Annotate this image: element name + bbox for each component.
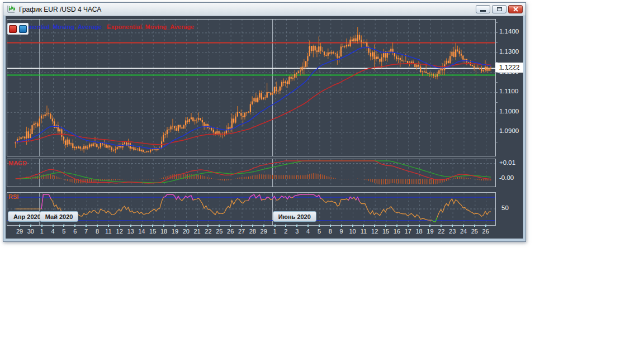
price-axis-tick: [495, 62, 498, 63]
x-axis-tick: [352, 225, 353, 227]
x-axis-tick: [296, 225, 297, 227]
x-axis-tick: [441, 225, 442, 227]
price-axis-tick: [495, 82, 498, 83]
price-axis-tick: [495, 22, 498, 23]
x-axis-tick: [285, 225, 286, 227]
x-axis-tick: [97, 225, 98, 227]
x-axis-tick: [152, 225, 153, 227]
x-axis-tick: [174, 225, 176, 227]
x-axis-tick: [130, 225, 131, 227]
close-button[interactable]: [508, 5, 523, 13]
month-badge: Июнь 2020: [273, 211, 316, 222]
indicator-color-buttons: [7, 23, 29, 35]
price-axis-tick: [495, 102, 498, 103]
x-axis-tick: [330, 225, 331, 227]
macd-axis-label: -0.00: [499, 174, 514, 181]
price-axis-tick: [495, 72, 498, 73]
maximize-button[interactable]: [492, 5, 506, 13]
price-axis-tick: [495, 132, 498, 132]
x-axis-tick: [219, 225, 220, 227]
price-chart-panel[interactable]: [7, 19, 496, 156]
x-axis-label: 26: [479, 228, 493, 235]
chart-client-area: Exponential_Moving_Average Exponential_M…: [6, 16, 523, 239]
x-axis-tick: [108, 225, 109, 227]
macd-panel[interactable]: [7, 159, 496, 187]
x-axis-tick: [197, 225, 198, 227]
minimize-icon: [480, 10, 486, 12]
x-axis-tick: [19, 225, 20, 227]
price-axis-tick: [495, 112, 498, 112]
macd-axis-label: +0.01: [499, 159, 515, 166]
x-axis-tick: [186, 225, 187, 227]
x-axis-tick: [463, 225, 464, 227]
x-axis-tick: [419, 225, 420, 227]
rsi-axis-label: 50: [501, 204, 509, 211]
x-axis-tick: [230, 225, 231, 227]
price-axis-tick: [495, 32, 498, 33]
x-axis-tick: [241, 225, 242, 227]
x-axis-tick: [163, 225, 164, 227]
price-axis-label: 1.1400: [499, 28, 519, 35]
price-axis-tick: [495, 92, 498, 93]
x-axis-tick: [263, 225, 264, 227]
x-axis-tick: [30, 225, 31, 227]
price-axis-label: 1.1300: [499, 48, 519, 55]
price-axis-label: 1.1200: [499, 68, 519, 75]
titlebar[interactable]: График EUR /USD 4 ЧАСА: [3, 3, 525, 16]
chart-window: График EUR /USD 4 ЧАСА Expo: [3, 2, 526, 242]
x-axis-tick: [86, 225, 87, 227]
x-axis-tick: [53, 225, 54, 227]
x-axis-tick: [452, 225, 453, 227]
x-axis-tick: [307, 225, 309, 227]
x-axis-tick: [141, 225, 142, 227]
ema-fast-color-button[interactable]: [19, 25, 27, 33]
month-badge: Май 2020: [40, 211, 79, 222]
close-icon: [513, 7, 518, 12]
x-axis-tick: [429, 225, 430, 227]
x-axis-tick: [207, 225, 209, 227]
x-axis-tick: [374, 225, 375, 227]
x-axis-tick: [363, 225, 364, 227]
rsi-panel[interactable]: [7, 192, 496, 226]
x-axis-tick: [408, 225, 409, 227]
price-axis-tick: [495, 52, 498, 53]
x-axis-tick: [341, 225, 342, 227]
x-axis-tick: [485, 225, 486, 227]
price-axis-label: 1.1100: [499, 88, 518, 94]
month-badge: Апр 2020: [8, 211, 40, 222]
x-axis-tick: [252, 225, 253, 227]
minimize-button[interactable]: [476, 5, 490, 13]
price-axis-tick: [495, 122, 498, 122]
x-axis-tick: [41, 225, 42, 227]
x-axis-tick: [119, 225, 120, 227]
price-axis-label: 1.1000: [499, 108, 519, 115]
price-axis-label: 1.0900: [499, 127, 519, 134]
x-axis-tick: [63, 225, 64, 227]
x-axis-tick: [385, 225, 386, 227]
x-axis-tick: [74, 225, 75, 227]
ema-slow-color-button[interactable]: [9, 25, 17, 33]
ema-slow-legend-label: Exponential_Moving_Average: [107, 23, 194, 30]
macd-label: MACD: [8, 160, 27, 166]
price-axis-tick: [495, 42, 498, 43]
maximize-icon: [497, 7, 502, 11]
x-axis-tick: [474, 225, 475, 227]
price-axis-tick: [495, 142, 498, 142]
legend: Exponential_Moving_Average Exponential_M…: [15, 23, 194, 30]
x-axis-tick: [319, 225, 320, 227]
rsi-label: RSI: [8, 193, 18, 200]
x-axis-tick: [274, 225, 276, 227]
window-title: График EUR /USD 4 ЧАСА: [19, 6, 476, 13]
app-candlestick-icon: [7, 5, 16, 13]
x-axis-tick: [396, 225, 397, 227]
